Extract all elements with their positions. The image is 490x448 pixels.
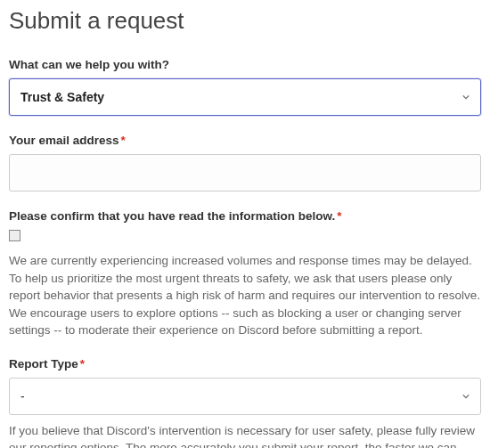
report-type-label: Report Type* [9, 357, 481, 371]
topic-label: What can we help you with? [9, 58, 481, 71]
chevron-down-icon [462, 393, 470, 400]
required-marker: * [121, 134, 126, 147]
confirm-label-text: Please confirm that you have read the in… [9, 209, 335, 223]
confirm-label: Please confirm that you have read the in… [9, 209, 481, 223]
confirm-field: Please confirm that you have read the in… [9, 209, 481, 339]
confirm-checkbox[interactable] [9, 230, 20, 241]
email-label-text: Your email address [9, 134, 119, 147]
report-type-field: Report Type* - If you believe that Disco… [9, 357, 481, 448]
topic-select[interactable]: Trust & Safety [9, 78, 481, 116]
report-type-select-value: - [20, 389, 25, 403]
chevron-down-icon [462, 94, 470, 101]
email-input[interactable] [9, 154, 481, 191]
report-type-label-text: Report Type [9, 357, 78, 371]
required-marker: * [80, 357, 85, 371]
page-title: Submit a request [9, 7, 481, 35]
confirm-helptext: We are currently experiencing increased … [9, 252, 481, 339]
report-type-select[interactable]: - [9, 378, 481, 415]
email-field: Your email address* [9, 134, 481, 191]
email-label: Your email address* [9, 134, 481, 147]
topic-label-text: What can we help you with? [9, 58, 169, 71]
report-type-helptext: If you believe that Discord's interventi… [9, 422, 481, 448]
topic-field: What can we help you with? Trust & Safet… [9, 58, 481, 116]
required-marker: * [337, 209, 341, 223]
topic-select-value: Trust & Safety [20, 90, 104, 104]
